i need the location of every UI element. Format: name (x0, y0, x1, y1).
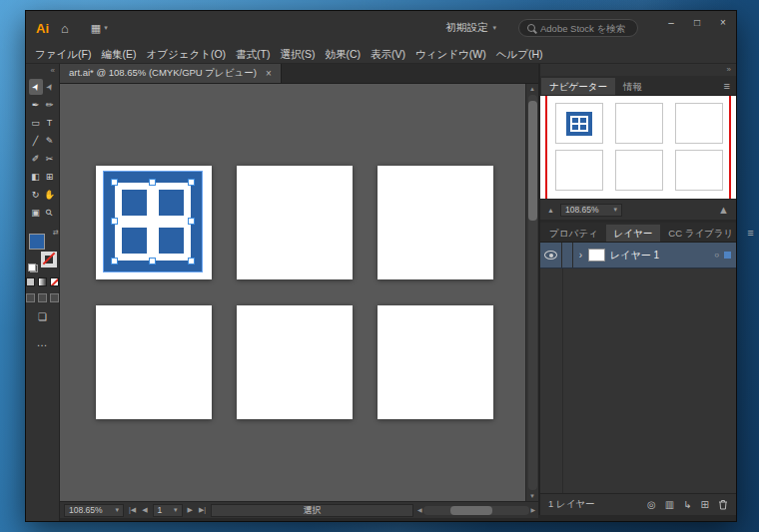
artboard-1[interactable] (96, 166, 212, 279)
layer-thumbnail[interactable] (588, 249, 605, 262)
selection-handle[interactable] (111, 218, 118, 225)
swap-fill-stroke-icon[interactable]: ⇄ (53, 229, 59, 237)
selection-handle[interactable] (111, 179, 118, 186)
vertical-scrollbar[interactable]: ▲ ▼ (525, 84, 538, 501)
scroll-right-icon[interactable]: ▶ (530, 505, 535, 515)
maximize-button[interactable]: □ (684, 11, 710, 33)
home-icon[interactable]: ⌂ (61, 21, 69, 36)
menu-edit[interactable]: 編集(E) (96, 45, 141, 63)
paintbrush-tool[interactable]: ✎ (43, 133, 57, 149)
artboard-6[interactable] (378, 305, 493, 419)
fill-color-swatch[interactable] (29, 234, 45, 250)
arrange-documents-button[interactable]: ▦ ▾ (91, 22, 108, 35)
selection-handle[interactable] (111, 258, 118, 265)
menu-window[interactable]: ウィンドウ(W) (410, 45, 491, 63)
zoom-in-icon[interactable]: ▲ (718, 204, 729, 216)
new-layer-icon[interactable]: ⊞ (701, 500, 709, 510)
navigator-preview[interactable] (540, 96, 736, 199)
delete-layer-icon[interactable] (718, 499, 728, 510)
panel-menu-icon[interactable]: ≡ (741, 227, 759, 242)
document-tab[interactable]: art.ai* @ 108.65% (CMYK/GPU プレビュー) × (60, 64, 282, 83)
menu-file[interactable]: ファイル(F) (30, 45, 96, 63)
scroll-up-icon[interactable]: ▲ (529, 84, 535, 94)
selection-handle[interactable] (149, 179, 156, 186)
horizontal-scroll-track[interactable] (423, 506, 530, 515)
scroll-down-icon[interactable]: ▼ (529, 491, 535, 501)
stroke-color-swatch[interactable] (41, 252, 57, 267)
menu-effect[interactable]: 効果(C) (320, 45, 366, 63)
lock-toggle[interactable] (562, 243, 573, 267)
zoom-level-select[interactable]: 108.65% ▾ (64, 504, 124, 517)
tab-layers[interactable]: レイヤー (606, 225, 661, 243)
zoom-tool[interactable]: ⚲ (43, 205, 57, 221)
artboard-2[interactable] (237, 166, 353, 279)
status-display[interactable]: 選択 (211, 504, 413, 517)
tab-cc-libraries[interactable]: CC ライブラリ (660, 225, 741, 243)
tab-navigator[interactable]: ナビゲーター (541, 78, 615, 96)
mesh-tool[interactable]: ⊞ (43, 169, 57, 185)
canvas[interactable] (60, 84, 525, 501)
logo-artwork[interactable] (104, 172, 202, 271)
titlebar[interactable]: Ai ⌂ ▦ ▾ 初期設定 ▾ – □ × (26, 11, 736, 45)
close-tab-icon[interactable]: × (266, 68, 272, 79)
menu-help[interactable]: ヘルプ(H) (491, 45, 548, 63)
pencil-tool[interactable]: ✐ (29, 151, 43, 167)
menu-type[interactable]: 書式(T) (231, 45, 275, 63)
rotate-tool[interactable]: ↻ (29, 187, 43, 203)
toolbar-more-button[interactable]: … (37, 336, 49, 348)
gradient-button[interactable] (38, 277, 47, 286)
close-button[interactable]: × (710, 11, 736, 33)
hand-tool[interactable]: ✋ (43, 187, 57, 203)
vertical-scroll-track[interactable] (528, 95, 537, 490)
draw-inside-button[interactable] (50, 293, 59, 302)
selection-handle[interactable] (188, 258, 195, 265)
pen-tool[interactable]: ✒ (29, 97, 43, 113)
scroll-left-icon[interactable]: ◀ (417, 505, 422, 515)
layer-name[interactable]: レイヤー 1 (610, 249, 714, 263)
zoom-out-icon[interactable]: ▲ (547, 207, 554, 214)
artboard-3[interactable] (378, 166, 493, 279)
menu-select[interactable]: 選択(S) (275, 45, 320, 63)
scissors-tool[interactable]: ✂ (43, 151, 57, 167)
screen-mode-button[interactable]: ❏ (38, 311, 47, 322)
tab-properties[interactable]: プロパティ (541, 225, 606, 243)
first-artboard-button[interactable]: |◀ (128, 506, 137, 514)
draw-normal-button[interactable] (26, 293, 35, 302)
previous-artboard-button[interactable]: ◀ (141, 506, 148, 514)
direct-selection-tool[interactable]: ➤ (43, 79, 57, 95)
expand-layer-icon[interactable]: › (573, 250, 588, 261)
layer-row[interactable]: › レイヤー 1 ○ (540, 243, 736, 268)
clipping-mask-icon[interactable]: ▥ (665, 500, 674, 510)
minimize-button[interactable]: – (658, 11, 684, 33)
menu-object[interactable]: オブジェクト(O) (141, 45, 231, 63)
menu-view[interactable]: 表示(V) (366, 45, 410, 63)
default-fill-stroke-icon[interactable] (28, 264, 38, 272)
selection-handle[interactable] (188, 179, 195, 186)
vertical-scroll-thumb[interactable] (528, 101, 537, 221)
artboard-4[interactable] (96, 305, 212, 419)
horizontal-scrollbar[interactable]: ◀ ▶ (417, 504, 535, 517)
artboard-number-field[interactable]: 1 ▾ (153, 504, 183, 517)
horizontal-scroll-thumb[interactable] (450, 506, 492, 515)
curvature-tool[interactable]: ✏ (43, 97, 57, 113)
navigator-zoom-select[interactable]: 108.65% ▾ (560, 204, 622, 217)
collapse-panels-icon[interactable]: » (727, 65, 731, 74)
selection-handle[interactable] (149, 258, 156, 265)
artboard-5[interactable] (237, 305, 353, 419)
none-button[interactable] (50, 277, 59, 286)
draw-behind-button[interactable] (38, 293, 47, 302)
last-artboard-button[interactable]: ▶| (198, 506, 207, 514)
search-input[interactable] (540, 23, 632, 34)
selection-handle[interactable] (188, 218, 195, 225)
artboard-tool[interactable]: ▣ (29, 205, 43, 221)
tab-info[interactable]: 情報 (615, 78, 650, 96)
locate-object-icon[interactable]: ◎ (647, 500, 656, 510)
panel-menu-icon[interactable]: ≡ (718, 80, 736, 95)
collapse-toolbar-icon[interactable]: « (51, 66, 55, 75)
color-button[interactable] (26, 277, 35, 286)
line-segment-tool[interactable]: ╱ (29, 133, 43, 149)
stock-search-box[interactable] (518, 19, 638, 37)
selection-tool[interactable]: ➤ (29, 79, 43, 95)
workspace-switcher[interactable]: 初期設定 ▾ (445, 21, 496, 35)
layer-target-icon[interactable]: ○ (714, 251, 719, 260)
